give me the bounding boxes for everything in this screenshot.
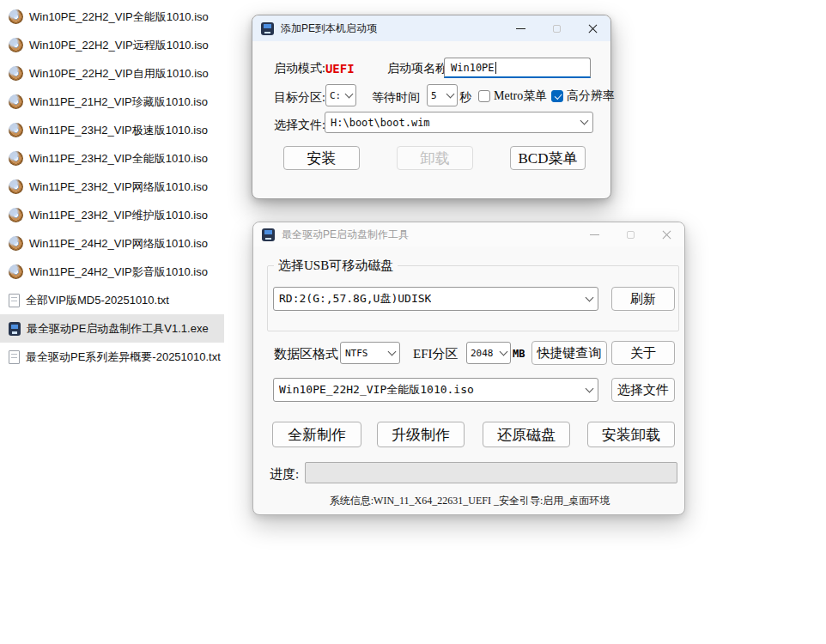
file-item[interactable]: 最全驱动PE系列差异概要-20251010.txt [0, 343, 236, 371]
file-name: 最全驱动PE系列差异概要-20251010.txt [26, 349, 221, 365]
chevron-down-icon [388, 347, 397, 355]
install-uninstall-button[interactable]: 安装卸载 [587, 422, 675, 447]
disc-icon [9, 208, 23, 222]
file-item-selected[interactable]: 最全驱动PE启动盘制作工具V1.1.exe [0, 314, 224, 343]
boot-mode-value: UEFI [325, 62, 355, 76]
window-title: 最全驱动PE启动盘制作工具 [282, 228, 409, 242]
entry-name-label: 启动项名称: [387, 61, 451, 76]
hidpi-label: 高分辨率 [567, 88, 615, 104]
wait-time-unit: 秒 [459, 90, 471, 106]
minimize-icon [516, 28, 525, 29]
file-name: Win10PE_22H2_VIP自用版1010.iso [29, 66, 209, 82]
titlebar[interactable]: 添加PE到本机启动项 [252, 15, 610, 41]
text-caret [495, 62, 496, 74]
efi-partition-label: EFI分区 [413, 346, 459, 362]
file-item[interactable]: 全部VIP版MD5-20251010.txt [0, 286, 185, 314]
data-format-label: 数据区格式 [274, 346, 338, 362]
file-item[interactable]: Win11PE_24H2_VIP网络版1010.iso [0, 229, 223, 258]
text-file-icon [9, 294, 20, 307]
file-item[interactable]: Win10PE_22H2_VIP自用版1010.iso [0, 59, 224, 88]
usb-app-icon [9, 322, 21, 336]
uninstall-button: 卸载 [397, 146, 473, 170]
make-new-button[interactable]: 全新制作 [272, 422, 361, 447]
text-file-icon [9, 350, 20, 364]
disc-icon [9, 38, 23, 52]
metro-menu-label: Metro菜单 [494, 88, 547, 104]
install-button[interactable]: 安装 [283, 146, 360, 170]
refresh-button[interactable]: 刷新 [611, 287, 675, 311]
file-name: Win11PE_23H2_VIP维护版1010.iso [29, 208, 208, 223]
checkbox-unchecked [478, 90, 490, 102]
system-info-status: 系统信息:WIN_11_X64_22631_UEFI _安全引导:启用_桌面环境 [253, 494, 686, 508]
usb-group-label: 选择USB可移动磁盘 [274, 258, 398, 274]
efi-unit-label: MB [513, 348, 525, 360]
disc-icon [9, 264, 23, 279]
close-icon [661, 229, 672, 240]
window-controls [576, 222, 684, 246]
chevron-down-icon [586, 384, 594, 392]
wait-time-select[interactable]: 5 [427, 84, 458, 106]
file-name: Win10PE_22H2_VIP远程版1010.iso [29, 38, 209, 53]
maximize-button [612, 222, 648, 246]
progress-label: 进度: [270, 466, 299, 483]
close-button[interactable] [574, 15, 610, 41]
file-item[interactable]: Win10PE_22H2_VIP全能版1010.iso [0, 3, 224, 31]
disc-icon [9, 66, 23, 81]
usb-drive-icon [261, 22, 274, 35]
maximize-icon [553, 25, 561, 33]
file-item[interactable]: Win11PE_23H2_VIP维护版1010.iso [0, 201, 223, 229]
titlebar[interactable]: 最全驱动PE启动盘制作工具 [253, 222, 684, 246]
efi-size-select[interactable]: 2048 [466, 342, 511, 364]
disc-icon [9, 94, 23, 109]
close-icon [587, 23, 598, 34]
add-boot-entry-dialog: 添加PE到本机启动项 启动模式:UEFI 启动项名称: Win10PE 目标分区… [252, 15, 611, 199]
iso-file-select[interactable]: Win10PE_22H2_VIP全能版1010.iso [273, 378, 598, 402]
metro-menu-checkbox[interactable]: Metro菜单 [478, 88, 547, 104]
boot-mode-label: 启动模式: [274, 61, 325, 76]
window-controls [502, 15, 610, 41]
disc-icon [9, 179, 23, 194]
close-button[interactable] [648, 222, 684, 246]
window-title: 添加PE到本机启动项 [281, 21, 377, 36]
chevron-down-icon [580, 117, 589, 125]
disc-icon [9, 236, 23, 251]
disc-icon [9, 123, 23, 137]
file-name: Win10PE_22H2_VIP全能版1010.iso [29, 9, 209, 25]
chevron-down-icon [500, 347, 508, 355]
upgrade-make-button[interactable]: 升级制作 [377, 422, 465, 447]
file-item[interactable]: Win11PE_23H2_VIP网络版1010.iso [0, 173, 223, 201]
usb-disk-select[interactable]: RD:2(G:,57.8G,U盘)UDISK [273, 287, 598, 311]
choose-file-button[interactable]: 选择文件 [611, 378, 675, 402]
format-select[interactable]: NTFS [340, 342, 400, 364]
file-name: Win11PE_23H2_VIP全能版1010.iso [29, 151, 208, 167]
entry-name-input[interactable]: Win10PE [444, 58, 591, 78]
chevron-down-icon [446, 89, 455, 98]
file-item[interactable]: Win11PE_21H2_VIP珍藏版1010.iso [0, 88, 223, 116]
maximize-icon [627, 231, 635, 239]
desktop-file-list: Win10PE_22H2_VIP全能版1010.iso Win10PE_22H2… [0, 3, 236, 371]
file-name: Win11PE_23H2_VIP网络版1010.iso [29, 179, 208, 195]
hidpi-checkbox[interactable]: 高分辨率 [551, 88, 615, 104]
hotkey-query-button[interactable]: 快捷键查询 [531, 341, 607, 365]
checkbox-checked [551, 90, 563, 102]
disc-icon [9, 151, 23, 166]
progress-bar [305, 462, 677, 483]
file-name: Win11PE_21H2_VIP珍藏版1010.iso [29, 94, 208, 110]
file-item[interactable]: Win11PE_23H2_VIP极速版1010.iso [0, 116, 223, 144]
about-button[interactable]: 关于 [611, 341, 675, 365]
file-item[interactable]: Win10PE_22H2_VIP远程版1010.iso [0, 31, 224, 59]
chevron-down-icon [345, 89, 354, 98]
file-item[interactable]: Win11PE_24H2_VIP影音版1010.iso [0, 258, 223, 286]
file-item[interactable]: Win11PE_23H2_VIP全能版1010.iso [0, 144, 223, 173]
target-partition-select[interactable]: C: [325, 84, 356, 106]
wait-time-label: 等待时间 [372, 90, 420, 106]
usb-drive-icon [262, 228, 275, 241]
pe-disk-maker-dialog: 最全驱动PE启动盘制作工具 选择USB可移动磁盘 RD:2(G:,57.8G,U… [252, 222, 685, 515]
file-name: Win11PE_23H2_VIP极速版1010.iso [29, 123, 208, 138]
bcd-menu-button[interactable]: BCD菜单 [510, 146, 586, 170]
file-name: 最全驱动PE启动盘制作工具V1.1.exe [27, 321, 209, 337]
minimize-button[interactable] [502, 15, 538, 41]
restore-disk-button[interactable]: 还原磁盘 [483, 422, 570, 447]
minimize-button[interactable] [576, 222, 612, 246]
wim-file-select[interactable]: H:\boot\boot.wim [325, 112, 593, 133]
